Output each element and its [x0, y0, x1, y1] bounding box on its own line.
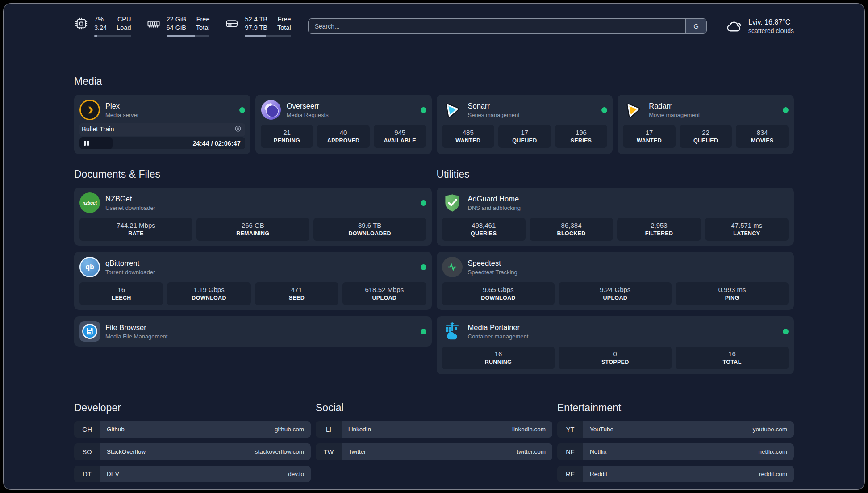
- search-bar: G: [308, 18, 707, 34]
- stat-latency: 47.571 ms LATENCY: [705, 218, 789, 241]
- bookmark-url: linkedin.com: [512, 426, 546, 433]
- app-name: qBittorrent: [105, 259, 155, 267]
- section-heading-entertainment: Entertainment: [557, 402, 794, 414]
- cpu-icon: [74, 17, 88, 31]
- app-name: NZBGet: [105, 195, 155, 203]
- bookmark-twitter[interactable]: TW Twitter twitter.com: [316, 443, 552, 460]
- bookmark-abbr: GH: [74, 421, 100, 438]
- app-card-plex[interactable]: Plex Media server Bullet Train 24:44 / 0…: [74, 95, 250, 154]
- memory-total-value: 64 GiB: [167, 24, 186, 32]
- memory-progress-bar: [167, 35, 210, 37]
- bookmark-linkedin[interactable]: LI LinkedIn linkedin.com: [316, 421, 552, 438]
- status-dot: [601, 107, 607, 113]
- app-card-adguard[interactable]: AdGuard Home DNS and adblocking 498,461 …: [437, 188, 794, 246]
- app-description: Series management: [468, 112, 520, 118]
- stat-download: 9.65 Gbps DOWNLOAD: [442, 282, 555, 305]
- stat-blocked: 86,384 BLOCKED: [530, 218, 613, 241]
- bookmark-url: github.com: [275, 426, 304, 433]
- app-description: Container management: [468, 333, 529, 340]
- stat-wanted: 17 WANTED: [623, 125, 676, 148]
- app-name: Overseerr: [287, 102, 329, 110]
- app-card-filebrowser[interactable]: File Browser Media File Management: [74, 316, 432, 347]
- now-playing-title: Bullet Train: [82, 125, 114, 133]
- bookmark-reddit[interactable]: RE Reddit reddit.com: [557, 466, 794, 482]
- qbittorrent-icon: qb: [79, 257, 100, 277]
- header-divider: [62, 45, 806, 45]
- bookmark-url: stackoverflow.com: [255, 448, 304, 455]
- pause-icon: [84, 141, 89, 146]
- cpu-load-value: 3.24: [94, 24, 107, 32]
- section-heading-social: Social: [316, 402, 552, 414]
- bookmark-github[interactable]: GH Github github.com: [74, 421, 311, 438]
- app-description: Media File Management: [105, 333, 167, 340]
- stat-movies: 834 MOVIES: [736, 125, 789, 148]
- bookmark-name: YouTube: [590, 426, 613, 433]
- app-description: Speedtest Tracking: [468, 269, 517, 276]
- bookmark-abbr: TW: [316, 443, 342, 460]
- cpu-usage-value: 7%: [94, 15, 107, 24]
- disk-total-label: Total: [277, 24, 291, 32]
- stat-running: 16 RUNNING: [442, 347, 555, 369]
- app-description: Media server: [105, 112, 139, 118]
- stat-approved: 40 APPROVED: [317, 125, 370, 148]
- status-dot: [421, 200, 426, 206]
- portainer-icon: [442, 321, 463, 342]
- bookmark-url: netflix.com: [758, 448, 787, 455]
- playback-progress-bar[interactable]: 24:44 / 02:06:47: [79, 137, 245, 149]
- app-card-radarr[interactable]: Radarr Movie management 17 WANTED 22 QUE…: [618, 95, 794, 154]
- weather-widget: Lviv, 16.87°C scattered clouds: [726, 18, 794, 35]
- sonarr-icon: [442, 100, 463, 120]
- app-description: Usenet downloader: [105, 205, 155, 211]
- app-card-sonarr[interactable]: Sonarr Series management 485 WANTED 17 Q…: [437, 95, 613, 154]
- app-name: AdGuard Home: [468, 195, 521, 203]
- bookmark-name: Netflix: [590, 448, 607, 455]
- developer-column: Developer GH Github github.com SO StackO…: [74, 402, 311, 482]
- bookmark-name: Twitter: [348, 448, 366, 455]
- app-description: Movie management: [649, 112, 700, 118]
- stat-seed: 471 SEED: [255, 282, 338, 305]
- gear-icon[interactable]: [234, 125, 242, 133]
- app-card-speedtest[interactable]: Speedtest Speedtest Tracking 9.65 Gbps D…: [437, 252, 794, 310]
- bookmark-dev[interactable]: DT DEV dev.to: [74, 466, 311, 482]
- cpu-stat: 7% 3.24 CPU Load: [74, 15, 131, 37]
- section-heading-documents: Documents & Files: [74, 168, 432, 180]
- stat-downloaded: 39.6 TB DOWNLOADED: [313, 218, 426, 241]
- filebrowser-icon: [79, 321, 100, 342]
- cpu-progress-bar: [94, 35, 131, 37]
- stat-queries: 498,461 QUERIES: [442, 218, 526, 241]
- disk-stat: 52.4 TB 97.9 TB Free Total: [225, 15, 291, 37]
- bookmark-name: DEV: [107, 471, 119, 477]
- app-card-portainer[interactable]: Media Portainer Container management 16 …: [437, 316, 794, 374]
- status-dot: [783, 329, 789, 334]
- disk-free-value: 52.4 TB: [245, 15, 267, 24]
- memory-icon: [146, 17, 161, 31]
- search-input[interactable]: [308, 18, 707, 34]
- documents-column: Documents & Files nzbget NZBGet Usenet d…: [74, 168, 432, 374]
- status-dot: [783, 107, 789, 113]
- speedtest-icon: [442, 257, 463, 277]
- stat-pending: 21 PENDING: [261, 125, 313, 148]
- bookmark-netflix[interactable]: NF Netflix netflix.com: [557, 443, 794, 460]
- app-card-nzbget[interactable]: nzbget NZBGet Usenet downloader 744.21 M…: [74, 188, 432, 246]
- app-card-overseerr[interactable]: Overseerr Media Requests 21 PENDING 40 A…: [255, 95, 432, 154]
- stat-leech: 16 LEECH: [79, 282, 163, 305]
- section-heading-media: Media: [74, 75, 794, 88]
- memory-free-label: Free: [196, 15, 210, 24]
- app-description: DNS and adblocking: [468, 205, 521, 211]
- app-card-qbittorrent[interactable]: qb qBittorrent Torrent downloader 16 LEE…: [74, 252, 432, 310]
- stat-series: 196 SERIES: [555, 125, 608, 148]
- stat-available: 945 AVAILABLE: [374, 125, 426, 148]
- bookmark-name: Github: [107, 426, 125, 433]
- stat-rate: 744.21 Mbps RATE: [79, 218, 192, 241]
- status-dot: [421, 329, 426, 334]
- app-name: Media Portainer: [468, 323, 529, 332]
- stat-upload: 9.24 Gbps UPLOAD: [559, 282, 672, 305]
- bookmark-youtube[interactable]: YT YouTube youtube.com: [557, 421, 794, 438]
- search-engine-button[interactable]: G: [685, 19, 706, 33]
- bookmark-abbr: YT: [557, 421, 583, 438]
- weather-location-temp: Lviv, 16.87°C: [748, 18, 794, 26]
- bookmark-stackoverflow[interactable]: SO StackOverflow stackoverflow.com: [74, 443, 311, 460]
- bookmark-abbr: LI: [316, 421, 342, 438]
- media-grid: Plex Media server Bullet Train 24:44 / 0…: [74, 95, 794, 154]
- radarr-icon: [623, 100, 643, 120]
